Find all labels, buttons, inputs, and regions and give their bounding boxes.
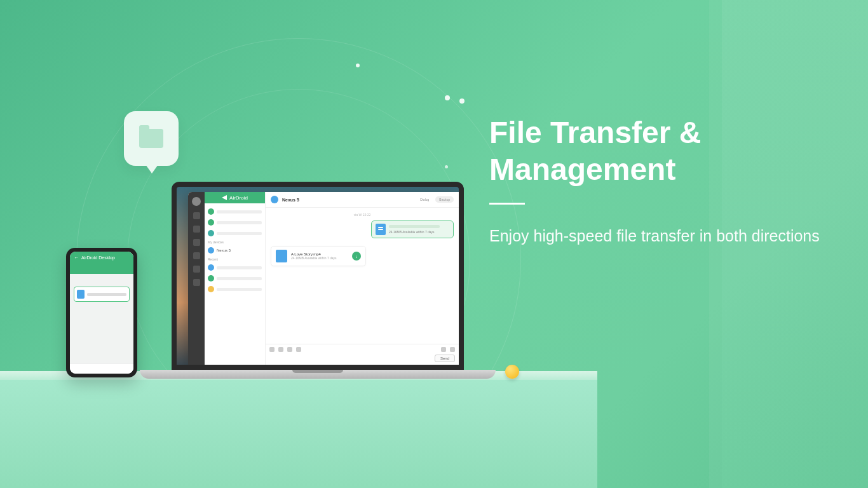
laptop-screen: AirDroid My devices Nexus 5 Recent Nexus… — [172, 182, 464, 370]
folder-bubble-icon — [124, 111, 179, 166]
bg-dot — [445, 95, 450, 100]
contact-dot-icon — [208, 208, 214, 215]
chat-timestamp: via W 22:22 — [271, 213, 454, 217]
section-my-devices: My devices — [208, 240, 262, 244]
attach-icon — [269, 347, 275, 352]
send-button: Send — [435, 355, 455, 362]
chat-avatar-icon — [271, 196, 278, 203]
phone-footer — [70, 363, 133, 374]
list-item — [208, 263, 262, 272]
phone-body — [70, 274, 133, 363]
platform — [0, 380, 597, 488]
contact-dot-icon — [208, 219, 214, 226]
contact-dot-icon — [208, 230, 214, 236]
phone-header: ← AirDroid Desktop — [70, 252, 133, 264]
bg-dot — [459, 98, 465, 104]
file-meta: 24.16MB Available within 7 days — [389, 230, 440, 234]
list-item — [208, 285, 262, 294]
phone-file-label — [87, 293, 126, 296]
hero-title: File Transfer & Management — [489, 114, 845, 187]
sidebar-icon — [193, 279, 200, 286]
chat-title: Nexus 5 — [282, 198, 299, 202]
file-meta: 24.16MB Available within 7 days — [291, 256, 337, 260]
section-recent: Recent — [208, 257, 262, 261]
received-file-card: A Love Story.mp4 24.16MB Available withi… — [271, 246, 366, 266]
download-icon: ↓ — [352, 252, 361, 261]
list-item — [208, 274, 262, 283]
brand-label: AirDroid — [229, 195, 248, 201]
chat-body: via W 22:22 24.16MB Available within 7 d… — [266, 208, 459, 344]
app-sidebar — [188, 192, 205, 365]
laptop-base — [140, 370, 496, 379]
sent-file-card: 24.16MB Available within 7 days — [371, 220, 454, 238]
sidebar-icon — [193, 266, 200, 273]
chat-footer: Send — [266, 344, 459, 365]
tool-icon — [441, 347, 446, 352]
tab-backup: Backup — [435, 196, 454, 203]
sidebar-icon — [193, 212, 200, 219]
hero-divider — [489, 203, 525, 205]
list-item — [208, 229, 262, 238]
device-dot-icon — [208, 247, 214, 254]
decor-ball — [505, 365, 519, 379]
list-item — [208, 207, 262, 216]
list-item: Nexus 5 — [208, 246, 262, 255]
folder-icon — [287, 347, 292, 352]
contacts-list: AirDroid My devices Nexus 5 Recent — [205, 192, 266, 365]
laptop-mockup: AirDroid My devices Nexus 5 Recent Nexus… — [140, 182, 496, 379]
file-icon — [376, 224, 386, 235]
bg-dot — [356, 64, 360, 67]
phone-screen: ← AirDroid Desktop — [70, 252, 133, 374]
phone-mockup: ← AirDroid Desktop — [66, 248, 137, 377]
brand-icon — [222, 195, 227, 200]
sidebar-icon — [193, 226, 200, 233]
hero-section: File Transfer & Management Enjoy high-sp… — [489, 114, 845, 248]
phone-subheader — [70, 264, 133, 274]
app-icon — [296, 347, 301, 352]
chat-tabs: Dialog Backup — [416, 196, 454, 203]
sidebar-icon — [193, 239, 200, 246]
image-icon — [278, 347, 283, 352]
contact-dot-icon — [208, 264, 214, 271]
phone-title: AirDroid Desktop — [81, 255, 115, 260]
contact-dot-icon — [208, 286, 214, 292]
file-name-placeholder — [389, 225, 440, 228]
bg-dot — [445, 165, 448, 168]
folder-icon — [139, 129, 163, 148]
back-icon: ← — [74, 255, 79, 261]
tool-icon — [450, 347, 455, 352]
file-icon — [77, 290, 85, 299]
chat-panel: Nexus 5 Dialog Backup via W 22:22 24.16M… — [266, 192, 459, 365]
chat-header: Nexus 5 Dialog Backup — [266, 192, 459, 208]
app-titlebar: AirDroid — [205, 192, 265, 203]
chat-toolbar — [269, 347, 455, 352]
list-item — [208, 218, 262, 227]
hero-subtitle: Enjoy high-speed file transfer in both d… — [489, 224, 845, 248]
device-name: Nexus 5 — [217, 248, 231, 252]
tab-dialog: Dialog — [416, 196, 433, 203]
phone-file-card — [74, 287, 130, 302]
sidebar-icon — [193, 252, 200, 259]
avatar — [192, 197, 201, 206]
file-icon — [276, 250, 287, 262]
app-window: AirDroid My devices Nexus 5 Recent Nexus… — [188, 192, 459, 365]
contact-dot-icon — [208, 275, 214, 281]
